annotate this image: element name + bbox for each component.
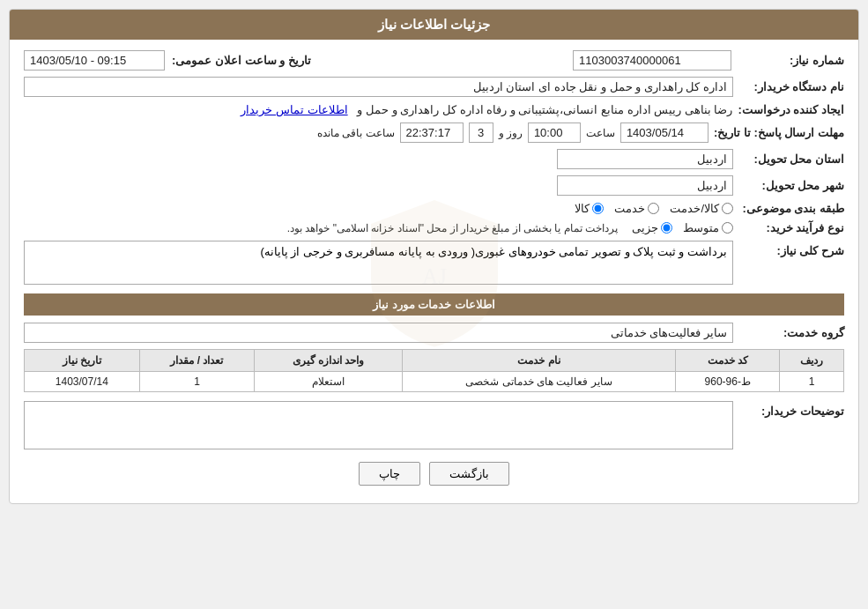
category-option-kala-khedmat[interactable]: کالا/خدمت xyxy=(670,202,733,215)
purchase-type-note: پرداخت تمام یا بخشی از مبلغ خریدار از مح… xyxy=(287,222,618,234)
action-buttons: بازگشت چاپ xyxy=(24,462,844,493)
city-value: اردبیل xyxy=(557,175,733,196)
category-radio-kala[interactable] xyxy=(592,203,604,214)
buyer-notes-textarea[interactable] xyxy=(24,401,733,449)
category-option-kala[interactable]: کالا xyxy=(575,202,604,215)
cell-service-name: سایر فعالیت های خدماتی شخصی xyxy=(402,372,676,392)
purchase-type-label: نوع فرآیند خرید: xyxy=(738,221,844,234)
deadline-remaining-label: ساعت باقی مانده xyxy=(317,127,395,139)
deadline-days-label: روز و xyxy=(499,127,523,139)
deadline-label: مهلت ارسال پاسخ: تا تاریخ: xyxy=(714,126,844,139)
deadline-time: 10:00 xyxy=(528,123,581,143)
announcement-value: 1403/05/10 - 09:15 xyxy=(24,50,165,71)
purchase-type-jozi[interactable]: جزیی xyxy=(632,221,672,234)
province-value: اردبیل xyxy=(557,149,733,169)
cell-quantity: 1 xyxy=(139,372,255,392)
purchase-radio-motavasset[interactable] xyxy=(722,222,733,234)
contact-info-link[interactable]: اطلاعات تماس خریدار xyxy=(241,103,347,116)
col-header-row: ردیف xyxy=(780,350,844,372)
service-group-label: گروه خدمت: xyxy=(738,326,844,339)
announcement-label: تاریخ و ساعت اعلان عمومی: xyxy=(172,54,311,67)
services-section-title: اطلاعات خدمات مورد نیاز xyxy=(24,293,844,316)
deadline-date: 1403/05/14 xyxy=(620,123,708,143)
org-name-value: اداره کل راهداری و حمل و نقل جاده ای است… xyxy=(24,77,733,97)
created-by-label: ایجاد کننده درخواست: xyxy=(738,103,844,116)
category-radio-group: کالا/خدمت خدمت کالا xyxy=(575,202,733,215)
created-by-value: رضا بناهی رییس اداره منابع انسانی،پشتیبا… xyxy=(24,103,732,116)
purchase-radio-jozi[interactable] xyxy=(661,222,672,234)
back-button[interactable]: بازگشت xyxy=(429,462,509,486)
cell-row-num: 1 xyxy=(780,372,844,392)
description-textarea[interactable] xyxy=(24,241,733,285)
org-name-label: نام دستگاه خریدار: xyxy=(738,80,844,93)
col-header-name: نام خدمت xyxy=(402,350,676,372)
purchase-type-motavasset[interactable]: متوسط xyxy=(683,221,733,234)
page-title: جزئیات اطلاعات نیاز xyxy=(10,10,858,40)
buyer-notes-label: توضیحات خریدار: xyxy=(738,401,844,418)
print-button[interactable]: چاپ xyxy=(359,462,420,486)
col-header-code: کد خدمت xyxy=(676,350,780,372)
table-row: 1 ط-96-960 سایر فعالیت های خدماتی شخصی ا… xyxy=(25,372,844,392)
deadline-remaining: 22:37:17 xyxy=(400,123,464,143)
service-table: ردیف کد خدمت نام خدمت واحد اندازه گیری ت… xyxy=(24,349,844,392)
request-number-value: 1103003740000061 xyxy=(573,50,731,71)
city-label: شهر محل تحویل: xyxy=(738,179,844,192)
request-number-label: شماره نیاز: xyxy=(738,54,844,67)
deadline-days: 3 xyxy=(469,123,493,143)
category-radio-kala-khedmat[interactable] xyxy=(722,203,733,214)
description-label: شرح کلی نیاز: xyxy=(738,241,844,257)
col-header-date: تاریخ نیاز xyxy=(25,350,140,372)
cell-service-code: ط-96-960 xyxy=(676,372,780,392)
category-option-khedmat[interactable]: خدمت xyxy=(614,202,659,215)
col-header-unit: واحد اندازه گیری xyxy=(255,350,402,372)
purchase-type-radio-group: متوسط جزیی xyxy=(632,221,733,234)
service-group-value: سایر فعالیت‌های خدماتی xyxy=(24,323,733,343)
category-label: طبقه بندی موضوعی: xyxy=(738,202,844,215)
col-header-qty: تعداد / مقدار xyxy=(139,350,255,372)
deadline-time-label: ساعت xyxy=(586,127,615,139)
province-label: استان محل تحویل: xyxy=(738,152,844,166)
cell-date: 1403/07/14 xyxy=(25,372,140,392)
category-radio-khedmat[interactable] xyxy=(648,203,659,214)
cell-unit: استعلام xyxy=(255,372,402,392)
